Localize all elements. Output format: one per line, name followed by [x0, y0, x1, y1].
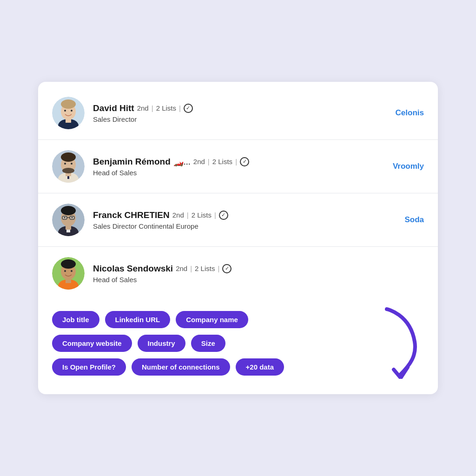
person-title-nicolas: Head of Sales	[93, 276, 424, 284]
person-name-benjamin: Benjamin Rémond	[93, 157, 171, 167]
svg-point-25	[64, 217, 66, 218]
tag-linkedin-url[interactable]: Linkedin URL	[105, 311, 171, 328]
person-title-franck: Sales Director Continental Europe	[93, 222, 387, 230]
person-info-nicolas: Nicolas Sendowski 2nd|2 Lists| ✓ Head of…	[93, 264, 424, 284]
avatar-nicolas	[52, 257, 85, 290]
tags-row-3: Is Open Profile?Number of connections+20…	[52, 358, 424, 376]
person-emoji-benjamin: 🏎️...	[173, 157, 191, 167]
svg-point-33	[71, 270, 73, 272]
people-card: David Hitt 2nd|2 Lists| ✓ Sales Director…	[38, 82, 438, 394]
tags-section: Job titleLinkedin URLCompany name Compan…	[38, 300, 438, 380]
person-title-benjamin: Head of Sales	[93, 169, 375, 177]
check-icon-david: ✓	[184, 104, 193, 113]
company-name-benjamin[interactable]: Vroomly	[383, 162, 424, 171]
avatar-benjamin	[52, 150, 85, 183]
person-meta-benjamin: 2nd|2 Lists| ✓	[193, 157, 249, 166]
person-name-david: David Hitt	[93, 103, 134, 113]
tag-company-name[interactable]: Company name	[176, 311, 248, 328]
arrow-container	[373, 304, 429, 379]
avatar-franck	[52, 204, 85, 236]
check-icon-franck: ✓	[219, 211, 228, 220]
person-row-nicolas: Nicolas Sendowski 2nd|2 Lists| ✓ Head of…	[38, 247, 438, 300]
avatar-david	[52, 97, 85, 129]
company-name-franck[interactable]: Soda	[395, 215, 424, 225]
person-row-benjamin: Benjamin Rémond 🏎️... 2nd|2 Lists| ✓ Hea…	[38, 140, 438, 193]
tag-job-title[interactable]: Job title	[52, 311, 99, 328]
person-name-nicolas: Nicolas Sendowski	[93, 264, 173, 274]
person-name-line-benjamin: Benjamin Rémond 🏎️... 2nd|2 Lists| ✓	[93, 157, 375, 167]
person-row-franck: Franck CHRETIEN 2nd|2 Lists| ✓ Sales Dir…	[38, 193, 438, 247]
person-meta-david: 2nd|2 Lists| ✓	[137, 104, 193, 113]
person-row-david: David Hitt 2nd|2 Lists| ✓ Sales Director…	[38, 86, 438, 140]
tag-company-website[interactable]: Company website	[52, 335, 132, 352]
tag-number-of-connections[interactable]: Number of connections	[132, 358, 230, 376]
svg-point-6	[71, 110, 73, 112]
person-name-line-nicolas: Nicolas Sendowski 2nd|2 Lists| ✓	[93, 264, 424, 274]
people-list: David Hitt 2nd|2 Lists| ✓ Sales Director…	[38, 86, 438, 300]
tag-industry[interactable]: Industry	[138, 335, 185, 352]
svg-point-13	[62, 168, 74, 173]
person-meta-franck: 2nd|2 Lists| ✓	[172, 211, 228, 220]
check-icon-benjamin: ✓	[240, 157, 249, 166]
check-icon-nicolas: ✓	[222, 264, 231, 273]
company-name-david[interactable]: Celonis	[386, 108, 424, 118]
person-title-david: Sales Director	[93, 115, 378, 123]
person-info-benjamin: Benjamin Rémond 🏎️... 2nd|2 Lists| ✓ Hea…	[93, 157, 375, 177]
svg-point-5	[64, 110, 66, 112]
svg-point-31	[61, 259, 76, 269]
arrow-icon	[373, 304, 429, 379]
svg-point-14	[64, 163, 66, 165]
svg-point-32	[64, 270, 66, 272]
tag-is-open-profile[interactable]: Is Open Profile?	[52, 358, 126, 376]
svg-point-15	[71, 163, 73, 165]
svg-point-12	[61, 152, 76, 162]
tag-size[interactable]: Size	[191, 335, 225, 352]
svg-point-4	[61, 99, 76, 109]
svg-point-24	[61, 206, 76, 215]
person-name-line-franck: Franck CHRETIEN 2nd|2 Lists| ✓	[93, 210, 387, 220]
person-info-david: David Hitt 2nd|2 Lists| ✓ Sales Director	[93, 103, 378, 123]
person-meta-nicolas: 2nd|2 Lists| ✓	[176, 264, 231, 273]
person-info-franck: Franck CHRETIEN 2nd|2 Lists| ✓ Sales Dir…	[93, 210, 387, 230]
svg-point-26	[72, 217, 73, 218]
tags-row-1: Job titleLinkedin URLCompany name	[52, 311, 424, 328]
person-name-franck: Franck CHRETIEN	[93, 210, 170, 220]
tag-20-data[interactable]: +20 data	[236, 358, 284, 376]
tags-row-2: Company websiteIndustrySize	[52, 335, 424, 352]
person-name-line-david: David Hitt 2nd|2 Lists| ✓	[93, 103, 378, 113]
